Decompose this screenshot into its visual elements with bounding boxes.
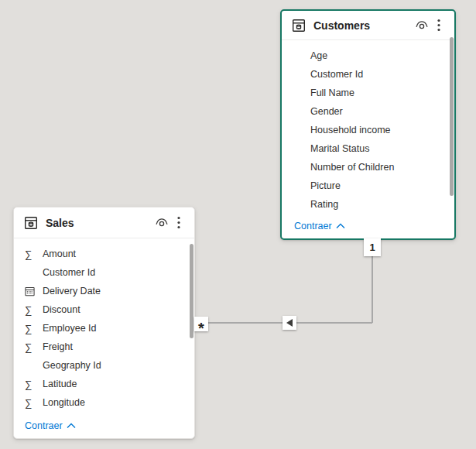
collapse-link-sales[interactable]: Contraer xyxy=(25,420,76,431)
field-row-gender[interactable]: Gender xyxy=(282,102,454,121)
field-row-marital-status[interactable]: Marital Status xyxy=(282,139,454,158)
filter-direction-arrow-icon[interactable] xyxy=(283,316,296,330)
table-icon xyxy=(23,215,39,231)
field-row-amount[interactable]: ∑Amount xyxy=(14,245,194,263)
field-label: Freight xyxy=(43,341,73,352)
sigma-icon: ∑ xyxy=(25,379,43,389)
table-header-customers[interactable]: Customers xyxy=(282,11,454,40)
sigma-icon: ∑ xyxy=(25,342,43,352)
field-row-number-of-children[interactable]: Number of Children xyxy=(282,158,454,177)
field-label: Discount xyxy=(43,304,80,315)
field-label: Full Name xyxy=(310,87,354,98)
field-label: Marital Status xyxy=(310,143,369,154)
field-row-freight[interactable]: ∑Freight xyxy=(14,338,194,356)
field-label: Gender xyxy=(310,106,343,117)
visibility-eye-icon[interactable] xyxy=(413,16,430,35)
field-row-customer-id[interactable]: Customer Id xyxy=(282,65,454,84)
calendar-icon xyxy=(25,286,43,296)
field-list-customers: AgeCustomer IdFull NameGenderHousehold i… xyxy=(282,40,454,214)
field-label: Picture xyxy=(310,180,341,191)
collapse-label: Contraer xyxy=(294,221,332,231)
field-row-age[interactable]: Age xyxy=(282,46,454,65)
cardinality-one-badge[interactable]: 1 xyxy=(364,238,381,256)
visibility-eye-icon[interactable] xyxy=(153,214,170,232)
table-card-customers[interactable]: Customers AgeCustomer IdFull NameGenderH… xyxy=(280,9,456,240)
field-row-discount[interactable]: ∑Discount xyxy=(14,300,194,319)
table-title: Customers xyxy=(313,19,413,32)
field-label: Latitude xyxy=(43,379,77,389)
table-icon xyxy=(291,18,306,33)
field-label: Amount xyxy=(43,248,76,259)
field-row-rating[interactable]: Rating xyxy=(282,195,454,214)
field-label: Customer Id xyxy=(43,267,95,278)
field-list-sales: ∑AmountCustomer IdDelivery Date∑Discount… xyxy=(14,238,194,412)
collapse-label: Contraer xyxy=(25,420,63,431)
field-row-household-income[interactable]: Household income xyxy=(282,121,454,139)
field-label: Customer Id xyxy=(310,69,363,80)
field-label: Delivery Date xyxy=(43,286,101,296)
field-row-longitude[interactable]: ∑Longitude xyxy=(14,393,194,412)
sigma-icon: ∑ xyxy=(25,398,43,408)
field-row-employee-id[interactable]: ∑Employee Id xyxy=(14,319,194,338)
field-label: Rating xyxy=(310,199,338,210)
scrollbar-sales[interactable] xyxy=(190,244,193,338)
collapse-chevron-icon xyxy=(336,223,345,229)
table-title: Sales xyxy=(46,217,153,229)
left-triangle-icon xyxy=(286,319,293,327)
model-canvas[interactable]: Customers AgeCustomer IdFull NameGenderH… xyxy=(0,0,476,449)
field-row-delivery-date[interactable]: Delivery Date xyxy=(14,282,194,300)
collapse-link-customers[interactable]: Contraer xyxy=(294,221,345,231)
field-label: Age xyxy=(310,50,327,61)
sigma-icon: ∑ xyxy=(25,305,43,315)
cardinality-many-badge[interactable]: * xyxy=(194,317,208,331)
scrollbar-customers[interactable] xyxy=(450,37,454,196)
table-card-sales[interactable]: Sales ∑AmountCustomer IdDelivery Date∑Di… xyxy=(13,207,195,439)
field-row-customer-id[interactable]: Customer Id xyxy=(14,263,194,282)
field-row-geography-id[interactable]: Geography Id xyxy=(14,356,194,375)
sigma-icon: ∑ xyxy=(25,249,43,259)
sigma-icon: ∑ xyxy=(25,324,43,334)
field-row-picture[interactable]: Picture xyxy=(282,177,454,195)
field-label: Longitude xyxy=(43,397,85,408)
many-symbol: * xyxy=(198,320,204,336)
table-header-sales[interactable]: Sales xyxy=(14,207,194,238)
field-label: Number of Children xyxy=(310,162,394,173)
field-row-full-name[interactable]: Full Name xyxy=(282,84,454,102)
field-row-latitude[interactable]: ∑Latitude xyxy=(14,375,194,393)
collapse-chevron-icon xyxy=(67,423,76,429)
field-label: Household income xyxy=(310,125,391,135)
field-label: Employee Id xyxy=(43,323,96,334)
field-label: Geography Id xyxy=(43,360,101,371)
more-options-kebab-icon[interactable] xyxy=(430,16,447,35)
more-options-kebab-icon[interactable] xyxy=(170,214,187,232)
